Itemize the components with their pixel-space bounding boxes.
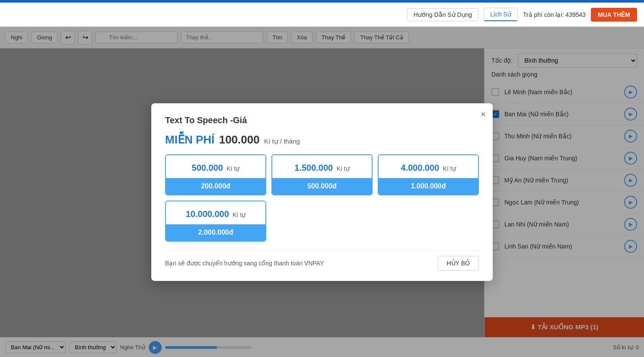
cancel-button[interactable]: HỦY BỎ: [438, 256, 479, 271]
credit-display: Trả phí còn lại: 439543: [523, 11, 586, 18]
guide-button[interactable]: Hướng Dẫn Sử Dụng: [407, 8, 478, 21]
buy-more-button[interactable]: MUA THÊM: [591, 8, 637, 22]
free-unit: Kí tự / tháng: [264, 137, 300, 145]
pricing-modal: × Text To Speech -Giá MIỄN PHÍ 100.000 K…: [151, 103, 493, 281]
pricing-unit-r2-0: Kí tự: [233, 211, 245, 218]
modal-footer-text: Bạn sẽ được chuyển hướng sang cổng thanh…: [165, 260, 324, 267]
modal-close-button[interactable]: ×: [481, 109, 486, 119]
pricing-chars-r2-0: 10.000.000: [186, 209, 229, 219]
pricing-grid: 500.000 Kí tự 200.000đ 1.500.000 Kí tự 5…: [165, 154, 479, 195]
pricing-unit-2: Kí tự: [443, 165, 456, 172]
free-label: MIỄN PHÍ: [165, 133, 214, 146]
pricing-card-0[interactable]: 500.000 Kí tự 200.000đ: [165, 154, 266, 195]
modal-footer: Bạn sẽ được chuyển hướng sang cổng thanh…: [165, 250, 479, 271]
free-amount: 100.000: [219, 133, 260, 146]
pricing-unit-0: Kí tự: [226, 165, 239, 172]
pricing-price-2: 1.000.000đ: [411, 182, 446, 190]
pricing-chars-0: 500.000: [192, 163, 223, 172]
modal-title: Text To Speech -Giá: [165, 115, 479, 125]
modal-overlay[interactable]: × Text To Speech -Giá MIỄN PHÍ 100.000 K…: [0, 27, 644, 357]
pricing-unit-1: Kí tự: [337, 165, 350, 172]
pricing-card-row2-0[interactable]: 10.000.000 Kí tự 2.000.000đ: [165, 201, 266, 242]
pricing-grid-row2: 10.000.000 Kí tự 2.000.000đ: [165, 201, 479, 242]
modal-free-row: MIỄN PHÍ 100.000 Kí tự / tháng: [165, 133, 479, 147]
pricing-card-2[interactable]: 4.000.000 Kí tự 1.000.000đ: [378, 154, 479, 195]
header: Hướng Dẫn Sử Dụng Lịch Sử Trả phí còn lạ…: [0, 3, 644, 27]
pricing-price-r2-0: 2.000.000đ: [198, 229, 233, 236]
pricing-chars-1: 1.500.000: [294, 163, 333, 172]
pricing-price-0: 200.000đ: [201, 182, 230, 190]
history-button[interactable]: Lịch Sử: [484, 8, 518, 21]
pricing-chars-2: 4.000.000: [401, 163, 439, 172]
pricing-card-1[interactable]: 1.500.000 Kí tự 500.000đ: [271, 154, 373, 195]
pricing-price-1: 500.000đ: [307, 182, 337, 190]
